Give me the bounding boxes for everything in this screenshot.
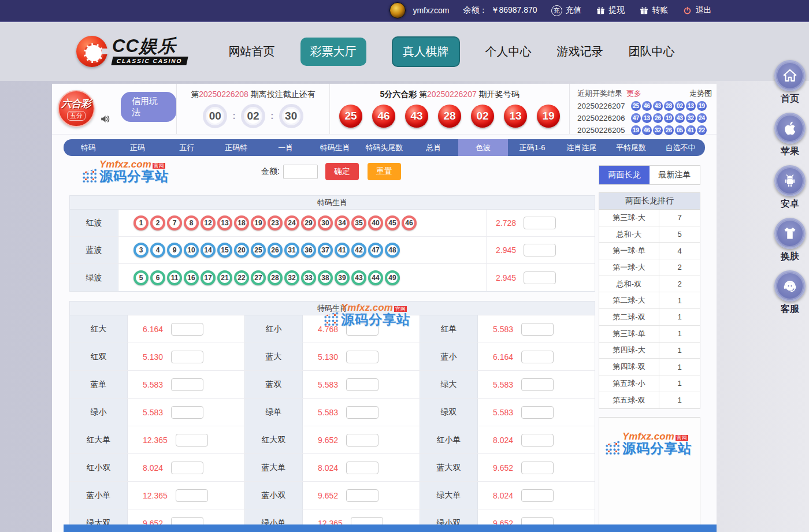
- ball-green-11[interactable]: 11: [167, 270, 182, 285]
- two-side-input-4-1[interactable]: [346, 434, 378, 447]
- ball-red-29[interactable]: 29: [301, 215, 316, 230]
- ball-green-49[interactable]: 49: [385, 270, 400, 285]
- tab-tema-shengxiao[interactable]: 特码生肖: [310, 139, 359, 156]
- ball-red-23[interactable]: 23: [268, 215, 283, 230]
- ball-green-21[interactable]: 21: [217, 270, 232, 285]
- ball-blue-9[interactable]: 9: [167, 243, 182, 258]
- tab-tema-touweishu[interactable]: 特码头尾数: [359, 139, 409, 156]
- nav-item-team-center[interactable]: 团队中心: [629, 44, 675, 59]
- ball-red-12[interactable]: 12: [201, 215, 216, 230]
- two-side-input-4-2[interactable]: [521, 434, 554, 447]
- tab-two-side-streak[interactable]: 两面长龙: [599, 166, 650, 184]
- bet-input-green-wave[interactable]: [524, 271, 556, 284]
- ball-green-27[interactable]: 27: [251, 270, 266, 285]
- two-side-input-6-0[interactable]: [176, 489, 208, 502]
- nav-item-game-records[interactable]: 游戏记录: [557, 44, 603, 59]
- tab-tema[interactable]: 特码: [64, 139, 113, 156]
- two-side-input-0-2[interactable]: [521, 323, 554, 336]
- ball-green-43[interactable]: 43: [351, 270, 366, 285]
- ball-red-19[interactable]: 19: [251, 215, 266, 230]
- ball-blue-31[interactable]: 31: [284, 243, 299, 258]
- ball-blue-4[interactable]: 4: [150, 243, 165, 258]
- ball-green-5[interactable]: 5: [133, 270, 149, 285]
- float-service-button[interactable]: 客服: [774, 270, 806, 315]
- tab-wuxing[interactable]: 五行: [162, 139, 211, 156]
- withdraw-button[interactable]: 提现: [596, 5, 625, 16]
- ball-blue-37[interactable]: 37: [318, 243, 333, 258]
- ball-green-22[interactable]: 22: [234, 270, 249, 285]
- float-home-button[interactable]: 首页: [774, 60, 806, 105]
- ball-blue-10[interactable]: 10: [184, 243, 199, 258]
- tab-zongxiao[interactable]: 总肖: [409, 139, 458, 156]
- ball-red-45[interactable]: 45: [385, 215, 400, 230]
- float-skin-button[interactable]: 换肤: [774, 218, 806, 263]
- ball-red-34[interactable]: 34: [335, 215, 350, 230]
- ball-blue-41[interactable]: 41: [335, 243, 350, 258]
- ball-green-38[interactable]: 38: [318, 270, 333, 285]
- tab-zhengmate[interactable]: 正码特: [211, 139, 261, 156]
- reset-button[interactable]: 重置: [368, 163, 401, 180]
- amount-input[interactable]: [283, 165, 318, 179]
- nav-item-site-home[interactable]: 网站首页: [229, 44, 275, 59]
- ball-green-28[interactable]: 28: [268, 270, 283, 285]
- recharge-button[interactable]: 充 充值: [551, 5, 582, 16]
- tab-zixuan-buzhong[interactable]: 自选不中: [656, 139, 705, 156]
- nav-item-personal-center[interactable]: 个人中心: [485, 44, 532, 59]
- two-side-input-1-2[interactable]: [521, 351, 554, 363]
- tab-lianxiao-lianwei[interactable]: 连肖连尾: [557, 139, 606, 156]
- two-side-input-6-1[interactable]: [346, 489, 378, 502]
- ball-blue-26[interactable]: 26: [268, 243, 283, 258]
- ball-blue-47[interactable]: 47: [368, 243, 383, 258]
- tab-yixiao[interactable]: 一肖: [261, 139, 310, 156]
- tab-pingte-weishu[interactable]: 平特尾数: [606, 139, 655, 156]
- recent-more-link[interactable]: 更多: [626, 88, 641, 99]
- logout-button[interactable]: 退出: [682, 5, 712, 16]
- trend-chart-link[interactable]: 走势图: [689, 88, 712, 99]
- transfer-button[interactable]: 转账: [639, 5, 669, 16]
- two-side-input-1-0[interactable]: [171, 351, 203, 363]
- two-side-input-1-1[interactable]: [346, 351, 378, 363]
- nav-item-lottery-hall[interactable]: 彩票大厅: [300, 38, 366, 66]
- two-side-input-3-2[interactable]: [521, 406, 554, 419]
- speaker-icon[interactable]: [99, 113, 112, 125]
- two-side-input-0-0[interactable]: [171, 323, 203, 336]
- two-side-input-5-1[interactable]: [346, 462, 378, 474]
- ball-blue-48[interactable]: 48: [385, 243, 400, 258]
- ball-blue-25[interactable]: 25: [251, 243, 266, 258]
- ball-blue-14[interactable]: 14: [201, 243, 216, 258]
- two-side-input-2-0[interactable]: [171, 378, 203, 391]
- ball-blue-15[interactable]: 15: [217, 243, 232, 258]
- ball-red-2[interactable]: 2: [150, 215, 165, 230]
- ball-red-1[interactable]: 1: [133, 215, 149, 230]
- tab-latest-orders[interactable]: 最新注单: [650, 166, 700, 184]
- float-android-button[interactable]: 安卓: [774, 165, 806, 210]
- ball-red-13[interactable]: 13: [217, 215, 232, 230]
- two-side-input-6-2[interactable]: [521, 489, 554, 502]
- bet-input-blue-wave[interactable]: [524, 244, 556, 256]
- ball-green-6[interactable]: 6: [150, 270, 165, 285]
- ball-red-7[interactable]: 7: [167, 215, 182, 230]
- two-side-input-3-1[interactable]: [346, 406, 378, 419]
- two-side-input-3-0[interactable]: [171, 406, 203, 419]
- bet-input-red-wave[interactable]: [524, 217, 556, 229]
- ball-red-35[interactable]: 35: [351, 215, 366, 230]
- ball-red-24[interactable]: 24: [284, 215, 299, 230]
- ball-blue-3[interactable]: 3: [133, 243, 149, 258]
- ball-red-40[interactable]: 40: [368, 215, 383, 230]
- two-side-input-5-2[interactable]: [521, 462, 554, 474]
- ball-green-16[interactable]: 16: [184, 270, 199, 285]
- two-side-input-2-2[interactable]: [521, 378, 554, 391]
- brand-logo[interactable]: CC娱乐 CLASSIC CASINO: [76, 36, 187, 67]
- ball-green-32[interactable]: 32: [284, 270, 299, 285]
- ball-green-44[interactable]: 44: [368, 270, 383, 285]
- two-side-input-2-1[interactable]: [346, 378, 378, 391]
- ball-red-46[interactable]: 46: [402, 215, 417, 230]
- ball-red-8[interactable]: 8: [184, 215, 199, 230]
- ball-blue-42[interactable]: 42: [351, 243, 366, 258]
- credit-play-button[interactable]: 信用玩法: [121, 92, 176, 122]
- tab-zhengma[interactable]: 正码: [113, 139, 162, 156]
- ball-green-17[interactable]: 17: [201, 270, 216, 285]
- ball-blue-36[interactable]: 36: [301, 243, 316, 258]
- tab-sebo[interactable]: 色波: [458, 139, 507, 156]
- ball-red-30[interactable]: 30: [318, 215, 333, 230]
